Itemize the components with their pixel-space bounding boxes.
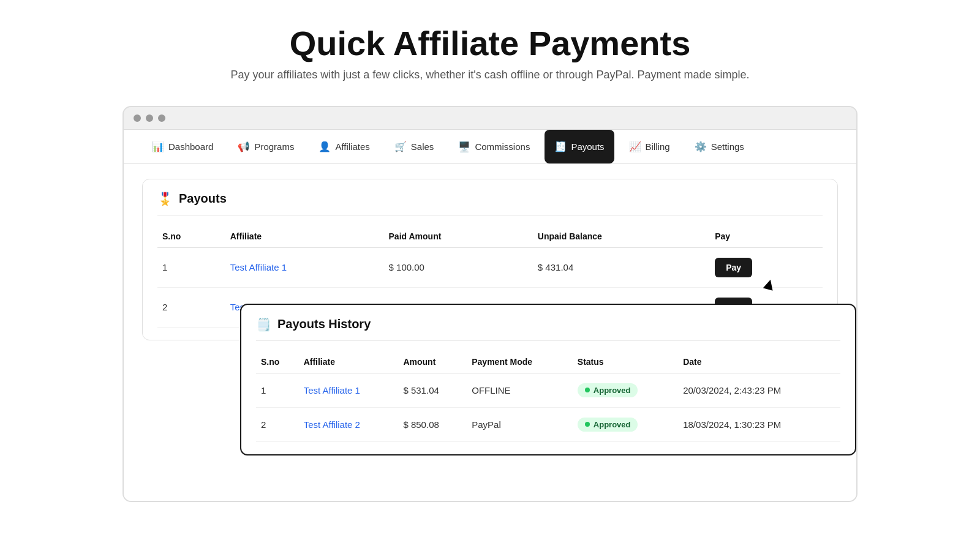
nav-label-programs: Programs bbox=[254, 141, 294, 152]
history-panel-icon: 🗒️ bbox=[256, 317, 271, 332]
cell-payment-mode: PayPal bbox=[467, 407, 573, 441]
col-pay: Pay bbox=[710, 225, 823, 248]
hist-col-amount: Amount bbox=[398, 351, 467, 373]
status-badge: Approved bbox=[578, 383, 638, 397]
nav-item-billing[interactable]: 📈 Billing bbox=[619, 130, 680, 163]
cell-affiliate[interactable]: Test Affiliate 1 bbox=[225, 247, 384, 287]
browser-titlebar bbox=[124, 107, 856, 130]
main-content: 🎖️ Payouts S.no Affiliate Paid Amount Un… bbox=[124, 164, 856, 501]
page-title: Quick Affiliate Payments bbox=[230, 24, 749, 62]
page-header: Quick Affiliate Payments Pay your affili… bbox=[230, 0, 749, 94]
cell-paid-amount: $ 100.00 bbox=[384, 247, 533, 287]
payouts-panel-title: 🎖️ Payouts bbox=[157, 192, 823, 216]
nav-label-sales: Sales bbox=[411, 141, 434, 152]
sales-icon: 🛒 bbox=[394, 141, 407, 152]
hist-col-payment-mode: Payment Mode bbox=[467, 351, 573, 373]
col-paid-amount: Paid Amount bbox=[384, 225, 533, 248]
cell-date: 20/03/2024, 2:43:23 PM bbox=[678, 373, 840, 407]
nav-item-sales[interactable]: 🛒 Sales bbox=[385, 130, 444, 163]
status-badge: Approved bbox=[578, 418, 638, 432]
affiliate-link: Test Affiliate 1 bbox=[304, 385, 360, 395]
col-affiliate: Affiliate bbox=[225, 225, 384, 248]
cell-status: Approved bbox=[573, 373, 678, 407]
hist-col-date: Date bbox=[678, 351, 840, 373]
cell-affiliate[interactable]: Test Affiliate 2 bbox=[299, 407, 399, 441]
nav-label-billing: Billing bbox=[646, 141, 670, 152]
commissions-icon: 🖥️ bbox=[458, 141, 470, 152]
nav-label-commissions: Commissions bbox=[475, 141, 530, 152]
affiliate-link: Test Affiliate 2 bbox=[304, 419, 360, 430]
nav-item-settings[interactable]: ⚙️ Settings bbox=[685, 130, 754, 163]
history-panel-title: 🗒️ Payouts History bbox=[256, 317, 840, 341]
payouts-icon: 🧾 bbox=[554, 141, 567, 152]
cell-affiliate[interactable]: Test Affiliate 1 bbox=[299, 373, 399, 407]
nav-item-affiliates[interactable]: 👤 Affiliates bbox=[309, 130, 379, 163]
window-dot-1 bbox=[134, 114, 141, 122]
table-row: 1 Test Affiliate 1 $ 100.00 $ 431.04 Pay bbox=[157, 247, 823, 287]
hist-col-status: Status bbox=[573, 351, 678, 373]
history-table: S.no Affiliate Amount Payment Mode Statu… bbox=[256, 351, 840, 442]
hist-col-affiliate: Affiliate bbox=[299, 351, 399, 373]
pay-button[interactable]: Pay bbox=[715, 258, 752, 277]
cell-sno: 2 bbox=[256, 407, 299, 441]
billing-icon: 📈 bbox=[629, 141, 641, 152]
payouts-panel-icon: 🎖️ bbox=[157, 192, 173, 206]
nav-item-commissions[interactable]: 🖥️ Commissions bbox=[448, 130, 540, 163]
cell-sno: 1 bbox=[157, 247, 225, 287]
nav-label-settings: Settings bbox=[711, 141, 744, 152]
cell-date: 18/03/2024, 1:30:23 PM bbox=[678, 407, 840, 441]
table-row: 2 Test Affiliate 2 $ 850.08 PayPal Appro… bbox=[256, 407, 840, 441]
cell-unpaid-balance: $ 431.04 bbox=[533, 247, 710, 287]
window-dot-2 bbox=[146, 114, 153, 122]
status-dot bbox=[585, 422, 590, 427]
col-sno: S.no bbox=[157, 225, 225, 248]
nav-label-payouts: Payouts bbox=[571, 141, 604, 152]
window-dot-3 bbox=[158, 114, 165, 122]
hist-col-sno: S.no bbox=[256, 351, 299, 373]
history-panel: 🗒️ Payouts History S.no Affiliate Amount… bbox=[240, 304, 856, 455]
affiliates-icon: 👤 bbox=[318, 141, 331, 152]
dashboard-icon: 📊 bbox=[152, 141, 164, 152]
table-row: 1 Test Affiliate 1 $ 531.04 OFFLINE Appr… bbox=[256, 373, 840, 407]
cell-status: Approved bbox=[573, 407, 678, 441]
page-subtitle: Pay your affiliates with just a few clic… bbox=[230, 69, 749, 81]
status-dot bbox=[585, 388, 590, 392]
browser-window: 📊 Dashboard 📢 Programs 👤 Affiliates 🛒 Sa… bbox=[123, 106, 858, 502]
cell-sno: 1 bbox=[256, 373, 299, 407]
cell-payment-mode: OFFLINE bbox=[467, 373, 573, 407]
nav-item-programs[interactable]: 📢 Programs bbox=[228, 130, 304, 163]
col-unpaid-balance: Unpaid Balance bbox=[533, 225, 710, 248]
nav-bar: 📊 Dashboard 📢 Programs 👤 Affiliates 🛒 Sa… bbox=[124, 130, 856, 164]
nav-item-payouts[interactable]: 🧾 Payouts bbox=[545, 130, 614, 163]
affiliate-link: Test Affiliate 1 bbox=[230, 262, 287, 272]
cell-amount: $ 850.08 bbox=[398, 407, 467, 441]
nav-label-dashboard: Dashboard bbox=[168, 141, 213, 152]
programs-icon: 📢 bbox=[238, 141, 250, 152]
nav-label-affiliates: Affiliates bbox=[335, 141, 369, 152]
cell-amount: $ 531.04 bbox=[398, 373, 467, 407]
settings-icon: ⚙️ bbox=[695, 141, 707, 152]
nav-item-dashboard[interactable]: 📊 Dashboard bbox=[142, 130, 223, 163]
cell-sno: 2 bbox=[157, 287, 225, 327]
